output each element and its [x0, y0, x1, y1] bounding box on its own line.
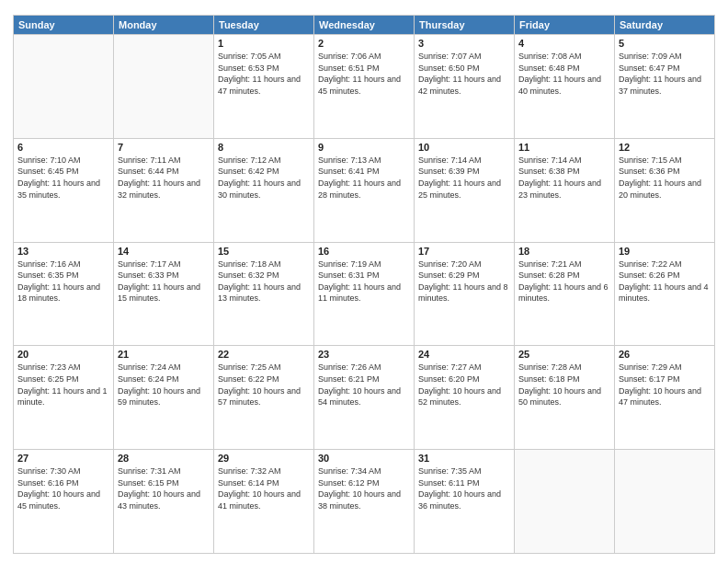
calendar-cell: 6Sunrise: 7:10 AM Sunset: 6:45 PM Daylig…	[14, 138, 114, 242]
weekday-header: Friday	[515, 16, 615, 35]
day-info: Sunrise: 7:30 AM Sunset: 6:16 PM Dayligh…	[17, 465, 109, 511]
day-info: Sunrise: 7:34 AM Sunset: 6:12 PM Dayligh…	[318, 465, 410, 511]
calendar-cell: 2Sunrise: 7:06 AM Sunset: 6:51 PM Daylig…	[314, 35, 415, 139]
day-number: 18	[518, 246, 610, 257]
calendar-cell: 15Sunrise: 7:18 AM Sunset: 6:32 PM Dayli…	[214, 242, 314, 346]
day-info: Sunrise: 7:19 AM Sunset: 6:31 PM Dayligh…	[318, 259, 410, 304]
calendar-week-row: 6Sunrise: 7:10 AM Sunset: 6:45 PM Daylig…	[14, 138, 715, 242]
day-info: Sunrise: 7:14 AM Sunset: 6:39 PM Dayligh…	[418, 155, 510, 201]
calendar-cell: 21Sunrise: 7:24 AM Sunset: 6:24 PM Dayli…	[114, 346, 214, 450]
calendar-cell: 16Sunrise: 7:19 AM Sunset: 6:31 PM Dayli…	[314, 242, 415, 346]
day-info: Sunrise: 7:23 AM Sunset: 6:25 PM Dayligh…	[17, 362, 109, 408]
calendar-cell: 10Sunrise: 7:14 AM Sunset: 6:39 PM Dayli…	[415, 138, 515, 242]
day-info: Sunrise: 7:08 AM Sunset: 6:48 PM Dayligh…	[518, 51, 610, 97]
day-number: 4	[518, 38, 610, 49]
calendar-cell	[515, 450, 615, 554]
day-number: 10	[418, 142, 510, 153]
day-number: 14	[118, 246, 210, 257]
day-info: Sunrise: 7:31 AM Sunset: 6:15 PM Dayligh…	[118, 465, 210, 511]
day-number: 5	[619, 38, 711, 49]
day-info: Sunrise: 7:35 AM Sunset: 6:11 PM Dayligh…	[418, 465, 510, 511]
calendar-cell: 17Sunrise: 7:20 AM Sunset: 6:29 PM Dayli…	[415, 242, 515, 346]
calendar-cell: 27Sunrise: 7:30 AM Sunset: 6:16 PM Dayli…	[14, 450, 114, 554]
day-number: 23	[318, 349, 410, 360]
day-number: 30	[318, 453, 410, 464]
calendar-cell: 28Sunrise: 7:31 AM Sunset: 6:15 PM Dayli…	[114, 450, 214, 554]
day-number: 24	[418, 349, 510, 360]
calendar-cell: 26Sunrise: 7:29 AM Sunset: 6:17 PM Dayli…	[615, 346, 715, 450]
calendar-cell: 3Sunrise: 7:07 AM Sunset: 6:50 PM Daylig…	[415, 35, 515, 139]
calendar-cell: 24Sunrise: 7:27 AM Sunset: 6:20 PM Dayli…	[415, 346, 515, 450]
calendar-cell: 22Sunrise: 7:25 AM Sunset: 6:22 PM Dayli…	[214, 346, 314, 450]
calendar-cell	[114, 35, 214, 139]
calendar-cell: 12Sunrise: 7:15 AM Sunset: 6:36 PM Dayli…	[615, 138, 715, 242]
day-number: 1	[218, 38, 310, 49]
day-info: Sunrise: 7:28 AM Sunset: 6:18 PM Dayligh…	[518, 362, 610, 408]
day-number: 11	[518, 142, 610, 153]
day-info: Sunrise: 7:11 AM Sunset: 6:44 PM Dayligh…	[118, 155, 210, 201]
calendar-table: SundayMondayTuesdayWednesdayThursdayFrid…	[13, 15, 715, 554]
day-number: 12	[619, 142, 711, 153]
calendar-cell	[14, 35, 114, 139]
calendar-cell: 11Sunrise: 7:14 AM Sunset: 6:38 PM Dayli…	[515, 138, 615, 242]
day-number: 22	[218, 349, 310, 360]
day-info: Sunrise: 7:22 AM Sunset: 6:26 PM Dayligh…	[619, 259, 711, 304]
day-number: 7	[118, 142, 210, 153]
calendar-cell: 14Sunrise: 7:17 AM Sunset: 6:33 PM Dayli…	[114, 242, 214, 346]
calendar-week-row: 27Sunrise: 7:30 AM Sunset: 6:16 PM Dayli…	[14, 450, 715, 554]
calendar-cell: 25Sunrise: 7:28 AM Sunset: 6:18 PM Dayli…	[515, 346, 615, 450]
calendar-cell: 1Sunrise: 7:05 AM Sunset: 6:53 PM Daylig…	[214, 35, 314, 139]
calendar-cell: 18Sunrise: 7:21 AM Sunset: 6:28 PM Dayli…	[515, 242, 615, 346]
day-number: 16	[318, 246, 410, 257]
calendar-cell: 23Sunrise: 7:26 AM Sunset: 6:21 PM Dayli…	[314, 346, 415, 450]
calendar-cell: 8Sunrise: 7:12 AM Sunset: 6:42 PM Daylig…	[214, 138, 314, 242]
weekday-header: Sunday	[14, 16, 114, 35]
day-number: 15	[218, 246, 310, 257]
calendar-cell: 30Sunrise: 7:34 AM Sunset: 6:12 PM Dayli…	[314, 450, 415, 554]
day-info: Sunrise: 7:12 AM Sunset: 6:42 PM Dayligh…	[218, 155, 310, 201]
day-number: 31	[418, 453, 510, 464]
day-info: Sunrise: 7:09 AM Sunset: 6:47 PM Dayligh…	[619, 51, 711, 97]
day-number: 25	[518, 349, 610, 360]
weekday-header: Monday	[114, 16, 214, 35]
calendar-cell	[615, 450, 715, 554]
weekday-header: Saturday	[615, 16, 715, 35]
calendar-cell: 4Sunrise: 7:08 AM Sunset: 6:48 PM Daylig…	[515, 35, 615, 139]
day-info: Sunrise: 7:17 AM Sunset: 6:33 PM Dayligh…	[118, 259, 210, 304]
day-number: 21	[118, 349, 210, 360]
day-info: Sunrise: 7:29 AM Sunset: 6:17 PM Dayligh…	[619, 362, 711, 408]
day-number: 9	[318, 142, 410, 153]
day-info: Sunrise: 7:20 AM Sunset: 6:29 PM Dayligh…	[418, 259, 510, 304]
calendar-cell: 29Sunrise: 7:32 AM Sunset: 6:14 PM Dayli…	[214, 450, 314, 554]
day-info: Sunrise: 7:32 AM Sunset: 6:14 PM Dayligh…	[218, 465, 310, 511]
weekday-header: Thursday	[415, 16, 515, 35]
calendar-cell: 19Sunrise: 7:22 AM Sunset: 6:26 PM Dayli…	[615, 242, 715, 346]
day-number: 27	[17, 453, 109, 464]
day-number: 29	[218, 453, 310, 464]
calendar-week-row: 13Sunrise: 7:16 AM Sunset: 6:35 PM Dayli…	[14, 242, 715, 346]
calendar-cell: 7Sunrise: 7:11 AM Sunset: 6:44 PM Daylig…	[114, 138, 214, 242]
calendar-header-row: SundayMondayTuesdayWednesdayThursdayFrid…	[14, 16, 715, 35]
day-number: 28	[118, 453, 210, 464]
day-info: Sunrise: 7:15 AM Sunset: 6:36 PM Dayligh…	[619, 155, 711, 201]
day-info: Sunrise: 7:25 AM Sunset: 6:22 PM Dayligh…	[218, 362, 310, 408]
day-info: Sunrise: 7:16 AM Sunset: 6:35 PM Dayligh…	[17, 259, 109, 304]
day-info: Sunrise: 7:14 AM Sunset: 6:38 PM Dayligh…	[518, 155, 610, 201]
weekday-header: Tuesday	[214, 16, 314, 35]
day-number: 13	[17, 246, 109, 257]
day-info: Sunrise: 7:21 AM Sunset: 6:28 PM Dayligh…	[518, 259, 610, 304]
day-info: Sunrise: 7:05 AM Sunset: 6:53 PM Dayligh…	[218, 51, 310, 97]
calendar-cell: 5Sunrise: 7:09 AM Sunset: 6:47 PM Daylig…	[615, 35, 715, 139]
day-info: Sunrise: 7:26 AM Sunset: 6:21 PM Dayligh…	[318, 362, 410, 408]
day-number: 26	[619, 349, 711, 360]
day-info: Sunrise: 7:07 AM Sunset: 6:50 PM Dayligh…	[418, 51, 510, 97]
day-number: 20	[17, 349, 109, 360]
day-number: 2	[318, 38, 410, 49]
calendar-cell: 20Sunrise: 7:23 AM Sunset: 6:25 PM Dayli…	[14, 346, 114, 450]
day-info: Sunrise: 7:10 AM Sunset: 6:45 PM Dayligh…	[17, 155, 109, 201]
day-info: Sunrise: 7:06 AM Sunset: 6:51 PM Dayligh…	[318, 51, 410, 97]
calendar-cell: 13Sunrise: 7:16 AM Sunset: 6:35 PM Dayli…	[14, 242, 114, 346]
day-number: 6	[17, 142, 109, 153]
day-info: Sunrise: 7:13 AM Sunset: 6:41 PM Dayligh…	[318, 155, 410, 201]
day-info: Sunrise: 7:24 AM Sunset: 6:24 PM Dayligh…	[118, 362, 210, 408]
